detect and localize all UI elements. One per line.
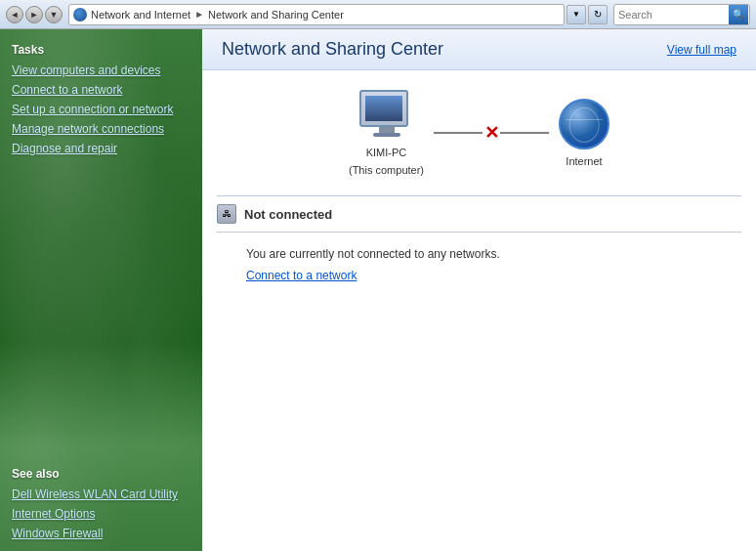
- sidebar: Tasks View computers and devices Connect…: [0, 29, 202, 551]
- network-diagram: KIMI-PC (This computer) ✕ Internet: [202, 70, 756, 195]
- view-full-map-link[interactable]: View full map: [667, 43, 736, 57]
- address-dropdown-button[interactable]: ▼: [567, 5, 586, 24]
- sidebar-item-view-computers[interactable]: View computers and devices: [0, 61, 202, 80]
- internet-node: Internet: [559, 99, 609, 167]
- page-title: Network and Sharing Center: [222, 39, 443, 60]
- computer-label: KIMI-PC: [366, 147, 407, 158]
- computer-sublabel: (This computer): [349, 164, 424, 176]
- status-icon: 🖧: [217, 204, 236, 224]
- sidebar-item-manage-connections[interactable]: Manage network connections: [0, 119, 202, 139]
- main-container: Tasks View computers and devices Connect…: [0, 29, 756, 551]
- content-header: Network and Sharing Center View full map: [202, 29, 756, 70]
- breadcrumb-arrow1: ►: [194, 9, 204, 20]
- breadcrumb-part1: Network and Internet: [91, 9, 190, 21]
- connection-line: ✕: [434, 124, 549, 142]
- search-wrapper: 🔍: [608, 4, 750, 25]
- see-also-label: See also: [0, 461, 202, 485]
- globe-icon: [73, 8, 87, 21]
- content-area: Network and Sharing Center View full map…: [202, 29, 756, 551]
- titlebar: ◄ ► ▼ Network and Internet ► Network and…: [0, 0, 756, 29]
- status-header: 🖧 Not connected: [217, 196, 741, 233]
- status-message: You are currently not connected to any n…: [246, 247, 712, 261]
- computer-icon: [359, 90, 414, 141]
- search-button[interactable]: 🔍: [729, 5, 748, 24]
- breadcrumb-part2: Network and Sharing Center: [208, 9, 344, 21]
- window-controls: ◄ ► ▼: [6, 6, 63, 23]
- sidebar-item-diagnose-repair[interactable]: Diagnose and repair: [0, 139, 202, 158]
- status-body: You are currently not connected to any n…: [217, 233, 741, 297]
- sidebar-item-setup-connection[interactable]: Set up a connection or network: [0, 100, 202, 119]
- internet-globe-icon: [559, 99, 609, 149]
- address-bar[interactable]: Network and Internet ► Network and Shari…: [68, 4, 565, 25]
- line-right: [500, 132, 549, 134]
- refresh-button[interactable]: ↻: [588, 5, 608, 24]
- recent-pages-button[interactable]: ▼: [45, 6, 63, 23]
- monitor-screen: [365, 96, 402, 121]
- sidebar-bottom: See also Dell Wireless WLAN Card Utility…: [0, 461, 202, 551]
- sidebar-item-windows-firewall[interactable]: Windows Firewall: [0, 524, 202, 543]
- status-section: 🖧 Not connected You are currently not co…: [217, 195, 741, 297]
- back-button[interactable]: ◄: [6, 6, 23, 23]
- sidebar-item-internet-options[interactable]: Internet Options: [0, 504, 202, 524]
- tasks-label: Tasks: [0, 37, 202, 61]
- sidebar-item-dell-wireless[interactable]: Dell Wireless WLAN Card Utility: [0, 485, 202, 504]
- internet-label: Internet: [566, 155, 602, 167]
- disconnected-icon: ✕: [483, 124, 500, 142]
- sidebar-item-connect-network[interactable]: Connect to a network: [0, 80, 202, 100]
- computer-node: KIMI-PC (This computer): [349, 90, 424, 176]
- status-title: Not connected: [244, 207, 332, 222]
- line-left: [434, 132, 483, 134]
- connect-to-network-link[interactable]: Connect to a network: [246, 269, 357, 282]
- forward-button[interactable]: ►: [25, 6, 43, 23]
- monitor-base: [373, 133, 400, 137]
- monitor: [359, 90, 408, 127]
